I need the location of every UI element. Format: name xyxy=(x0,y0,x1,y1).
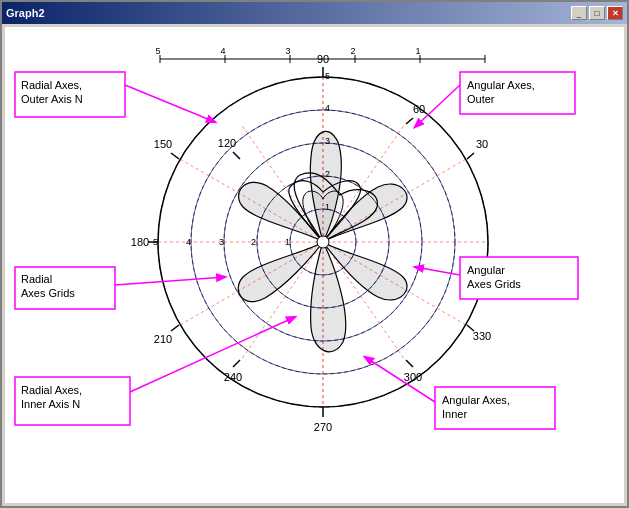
svg-line-41 xyxy=(171,325,179,331)
svg-text:Radial: Radial xyxy=(21,273,52,285)
svg-text:120: 120 xyxy=(218,137,236,149)
minimize-button[interactable]: _ xyxy=(571,6,587,20)
svg-text:Inner: Inner xyxy=(442,408,467,420)
svg-text:Outer Axis N: Outer Axis N xyxy=(21,93,83,105)
svg-text:150: 150 xyxy=(154,138,172,150)
svg-text:Axes Grids: Axes Grids xyxy=(21,287,75,299)
svg-text:180: 180 xyxy=(131,236,149,248)
svg-text:Radial Axes,: Radial Axes, xyxy=(21,384,82,396)
window-controls: _ □ ✕ xyxy=(571,6,623,20)
svg-line-77 xyxy=(130,317,295,392)
svg-line-43 xyxy=(233,360,240,367)
svg-line-89 xyxy=(365,357,435,402)
svg-text:270: 270 xyxy=(314,421,332,433)
svg-text:4: 4 xyxy=(186,237,191,247)
maximize-button[interactable]: □ xyxy=(589,6,605,20)
svg-text:210: 210 xyxy=(154,333,172,345)
title-bar: Graph2 _ □ ✕ xyxy=(2,2,627,24)
polar-chart-svg: 5 4 3 2 1 xyxy=(5,27,624,503)
svg-line-69 xyxy=(125,85,215,122)
svg-line-53 xyxy=(406,118,413,124)
svg-text:Outer: Outer xyxy=(467,93,495,105)
svg-text:60: 60 xyxy=(413,103,425,115)
svg-text:5: 5 xyxy=(153,237,158,247)
svg-line-35 xyxy=(233,152,240,159)
svg-text:Angular: Angular xyxy=(467,264,505,276)
svg-text:2: 2 xyxy=(251,237,256,247)
svg-text:330: 330 xyxy=(473,330,491,342)
svg-text:Axes Grids: Axes Grids xyxy=(467,278,521,290)
svg-text:300: 300 xyxy=(404,371,422,383)
svg-text:240: 240 xyxy=(224,371,242,383)
svg-text:30: 30 xyxy=(476,138,488,150)
chart-area: 5 4 3 2 1 xyxy=(5,27,624,503)
svg-text:1: 1 xyxy=(285,237,290,247)
svg-line-85 xyxy=(415,267,460,275)
svg-line-73 xyxy=(115,277,225,285)
svg-text:Angular Axes,: Angular Axes, xyxy=(442,394,510,406)
main-window: Graph2 _ □ ✕ 5 4 3 2 1 xyxy=(0,0,629,508)
svg-text:1: 1 xyxy=(415,46,420,56)
svg-text:3: 3 xyxy=(285,46,290,56)
close-button[interactable]: ✕ xyxy=(607,6,623,20)
svg-text:5: 5 xyxy=(155,46,160,56)
svg-text:2: 2 xyxy=(350,46,355,56)
svg-line-37 xyxy=(171,153,179,159)
window-title: Graph2 xyxy=(6,7,45,19)
svg-point-65 xyxy=(317,236,329,248)
svg-text:4: 4 xyxy=(325,103,330,113)
svg-text:Radial Axes,: Radial Axes, xyxy=(21,79,82,91)
svg-text:5: 5 xyxy=(325,71,330,81)
svg-line-47 xyxy=(406,360,413,367)
svg-line-51 xyxy=(467,153,474,159)
svg-text:Inner Axis N: Inner Axis N xyxy=(21,398,80,410)
svg-text:3: 3 xyxy=(219,237,224,247)
svg-text:Angular Axes,: Angular Axes, xyxy=(467,79,535,91)
svg-text:4: 4 xyxy=(220,46,225,56)
svg-text:90: 90 xyxy=(317,53,329,65)
